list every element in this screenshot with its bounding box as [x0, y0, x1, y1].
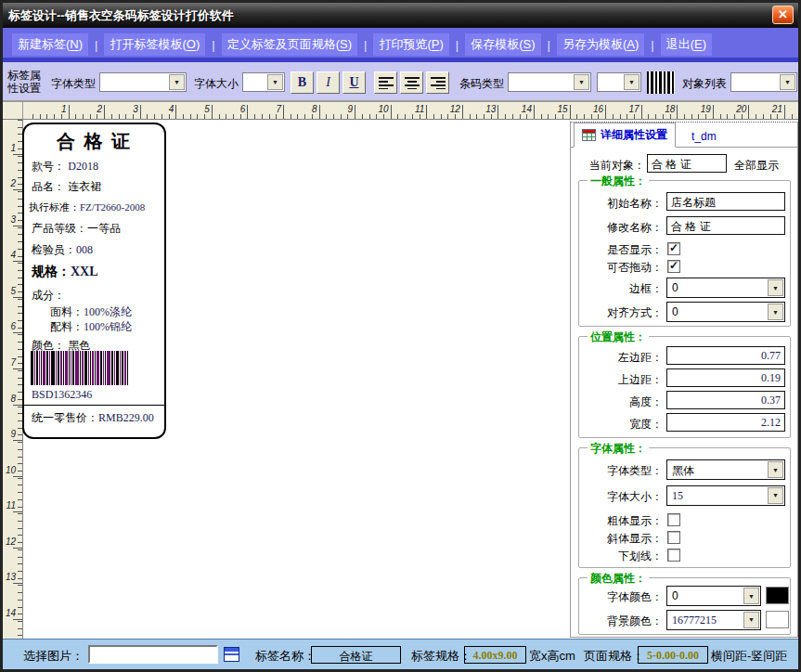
panel-underline-label: 下划线： [581, 549, 663, 564]
left-margin-label: 左边距： [581, 350, 663, 366]
align-center-icon [405, 77, 420, 89]
position-properties-group: 位置属性： 左边距： 0.77 上边距： 0.19 高度： 0.37 宽度： 2… [578, 336, 791, 438]
pick-image-input[interactable] [88, 645, 218, 664]
align-left-button[interactable] [374, 71, 397, 94]
barcode-text[interactable]: BSD1362346 [32, 388, 92, 402]
panel-font-size-select[interactable]: 15 [666, 485, 785, 506]
barcode-size-select[interactable] [597, 72, 641, 92]
label-row-standard[interactable]: 执行标准：FZ/T2660-2008 [29, 200, 145, 214]
panel-italic-label: 斜体显示： [581, 531, 663, 547]
initial-name-label: 初始名称： [581, 196, 663, 212]
bold-button[interactable]: B [291, 71, 314, 94]
browse-image-icon[interactable] [224, 647, 239, 662]
panel-font-type-select[interactable]: 黑体 [666, 459, 785, 480]
menu-separator: | [212, 38, 214, 52]
label-row-style-no[interactable]: 款号： D2018 [32, 159, 98, 174]
object-list-label: 对象列表 [682, 76, 727, 92]
tab-t-dm[interactable]: t_dm [675, 125, 733, 147]
bg-color-select[interactable]: 16777215 [666, 610, 761, 630]
label-name-box[interactable]: 合格证 [311, 646, 401, 664]
top-margin-field[interactable]: 0.19 [666, 368, 785, 387]
label-size-box[interactable]: 4.00x9.00 [464, 646, 526, 664]
font-legend: 字体属性： [588, 441, 649, 457]
label-properties-caption: 标签属 性设置 [7, 69, 41, 95]
label-row-grade[interactable]: 产品等级：一等品 [32, 221, 121, 237]
font-color-select[interactable]: 0 [666, 586, 761, 606]
font-size-select[interactable] [242, 72, 285, 92]
show-all-button[interactable]: 全部显示 [734, 158, 779, 174]
app-window: 标签设计--销售衣空条码标签设计打价软件 ✕ 新建标签(N) | 打开标签模板(… [0, 0, 801, 672]
label-row-composition[interactable]: 成分： [32, 288, 65, 304]
align-right-button[interactable] [426, 71, 449, 94]
label-row-size[interactable]: 规格：XXL [32, 264, 98, 280]
visible-checkbox[interactable] [667, 242, 680, 255]
menu-item-save-as-template[interactable]: 另存为模板(A) [557, 33, 644, 56]
object-list-select[interactable] [730, 72, 797, 92]
visible-label: 是否显示： [581, 242, 663, 258]
font-size-label: 字体大小 [194, 76, 239, 92]
bottom-bar: 选择图片： 标签名称： 合格证 标签规格： 4.00x9.00 宽x高cm 页面… [3, 639, 798, 669]
italic-checkbox[interactable] [667, 531, 680, 544]
panel-font-size-label: 字体大小： [581, 489, 663, 505]
label-preview[interactable]: 合 格 证 款号： D2018 品名： 连衣裙 执行标准：FZ/T2660-20… [22, 123, 166, 439]
menu-item-exit[interactable]: 退出(E) [661, 33, 712, 56]
width-field[interactable]: 2.12 [666, 413, 785, 432]
tab-detail-properties[interactable]: 详细属性设置 [574, 123, 676, 148]
current-object-field[interactable]: 合 格 证 [647, 154, 727, 173]
menu-separator: | [548, 38, 550, 52]
height-field[interactable]: 0.37 [666, 391, 785, 409]
italic-button[interactable]: I [317, 71, 340, 94]
font-type-select[interactable] [99, 72, 187, 92]
bg-color-swatch[interactable] [766, 611, 789, 628]
panel-tab-bar: 详细属性设置 t_dm [571, 123, 797, 148]
title-bar: 标签设计--销售衣空条码标签设计打价软件 ✕ [3, 3, 798, 28]
label-row-price[interactable]: 统一零售价：RMB229.00 [32, 410, 154, 426]
height-label: 高度： [581, 394, 663, 410]
label-divider [24, 405, 164, 406]
left-margin-field[interactable]: 0.77 [666, 346, 785, 365]
page-size-box[interactable]: 5-0.00-0.00 [638, 646, 708, 664]
draggable-checkbox[interactable] [667, 260, 680, 273]
property-panel: 详细属性设置 t_dm 当前对象： 合 格 证 全部显示 一般属性： 初始名称：… [570, 122, 798, 638]
font-color-label: 字体颜色： [581, 589, 663, 605]
label-size-unit: 宽x高cm [529, 648, 575, 665]
menu-item-save-template[interactable]: 保存模板(S) [465, 33, 540, 56]
horizontal-ruler: 12345678910111213141516171819202122 [23, 102, 798, 120]
label-row-lining[interactable]: 配料：100%锦纶 [50, 319, 132, 335]
menu-item-new-label[interactable]: 新建标签(N) [12, 33, 88, 56]
panel-bold-label: 粗体显示： [581, 513, 663, 529]
underline-button[interactable]: U [342, 71, 366, 94]
menu-row: 新建标签(N) | 打开标签模板(O) | 定义标签及页面规格(S) | 打印预… [3, 28, 798, 61]
label-row-fabric[interactable]: 面料：100%涤纶 [50, 304, 132, 320]
menu-item-print-preview[interactable]: 打印预览(P) [373, 33, 448, 56]
initial-name-field[interactable]: 店名标题 [666, 192, 785, 211]
align-left-icon [379, 77, 394, 89]
position-legend: 位置属性： [588, 330, 649, 345]
align-center-button[interactable] [400, 71, 423, 94]
menu-item-define-label-page[interactable]: 定义标签及页面规格(S) [222, 33, 357, 56]
label-row-product-name[interactable]: 品名： 连衣裙 [32, 179, 101, 195]
pick-image-label: 选择图片： [23, 648, 84, 665]
barcode-type-label: 条码类型 [459, 76, 504, 92]
bg-color-label: 背景颜色： [581, 614, 663, 629]
align-mode-select[interactable]: 0 [666, 302, 785, 322]
underline-checkbox[interactable] [667, 549, 680, 562]
close-button[interactable]: ✕ [772, 6, 794, 24]
border-select[interactable]: 0 [666, 278, 785, 298]
menu-item-open-template[interactable]: 打开标签模板(O) [104, 33, 205, 56]
menu-separator: | [95, 38, 97, 52]
barcode-icon[interactable] [647, 71, 675, 94]
label-size-label: 标签规格： [411, 648, 472, 665]
menu-separator: | [651, 38, 653, 52]
barcode-type-select[interactable] [508, 72, 591, 92]
draggable-label: 可否拖动： [581, 260, 663, 276]
color-legend: 颜色属性： [588, 571, 649, 587]
barcode-bars[interactable] [31, 351, 129, 385]
modified-name-field[interactable]: 合 格 证 [666, 216, 785, 235]
bold-checkbox[interactable] [667, 513, 680, 526]
font-color-swatch[interactable] [766, 587, 789, 604]
general-legend: 一般属性： [588, 174, 649, 189]
label-row-inspector[interactable]: 检验员：008 [32, 242, 93, 258]
label-title[interactable]: 合 格 证 [24, 129, 164, 154]
label-name-label: 标签名称： [255, 648, 316, 665]
